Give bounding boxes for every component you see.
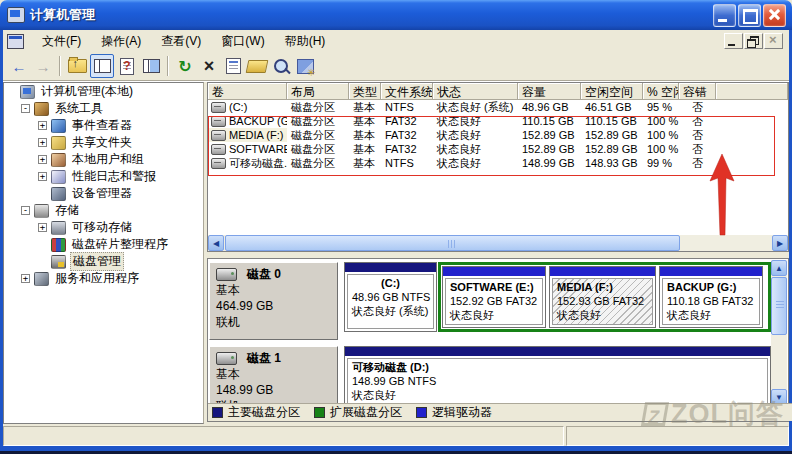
show-hide-console-tree-icon[interactable]: [90, 54, 114, 78]
menu-help[interactable]: 帮助(H): [275, 30, 336, 53]
partition-software[interactable]: SOFTWARE (E:) 152.92 GB FAT32 状态良好: [442, 266, 546, 328]
expand-toggle[interactable]: +: [38, 121, 47, 130]
horizontal-scrollbar[interactable]: ◀ ▶: [208, 235, 788, 251]
tree-item-disk-defragmenter[interactable]: 磁盘碎片整理程序: [4, 236, 203, 253]
title-bar[interactable]: 计算机管理: [0, 0, 792, 30]
column-header-type[interactable]: 类型: [349, 83, 381, 100]
menu-view[interactable]: 查看(V): [151, 30, 211, 53]
disk-0-header[interactable]: 磁盘 0 基本 464.99 GB 联机: [209, 262, 338, 340]
view-icon[interactable]: [270, 55, 292, 77]
cell-capacity: 152.89 GB: [518, 128, 581, 142]
disk-1-header[interactable]: 磁盘 1 基本 148.99 GB 联机: [209, 346, 338, 405]
settings-icon[interactable]: [294, 55, 316, 77]
expand-toggle[interactable]: +: [38, 155, 47, 164]
partition-size: 152.92 GB FAT32: [450, 294, 538, 308]
volume-row-c[interactable]: (C:) 磁盘分区 基本 NTFS 状态良好 (系统) 48.96 GB 46.…: [208, 100, 788, 114]
disk-size: 464.99 GB: [216, 298, 337, 314]
column-header-volume[interactable]: 卷: [208, 83, 287, 100]
scroll-up-icon[interactable]: ▲: [771, 260, 787, 276]
cell-percent-free: 100 %: [643, 142, 679, 156]
legend-extended: 扩展磁盘分区: [314, 404, 402, 421]
volume-name: (C:): [229, 100, 247, 114]
scrollbar-thumb[interactable]: [771, 277, 787, 335]
volume-name: 可移动磁盘...: [229, 156, 287, 170]
expand-toggle[interactable]: [38, 257, 47, 266]
partition-backup[interactable]: BACKUP (G:) 110.18 GB FAT32 状态良好: [659, 266, 763, 328]
partition-status: 状态良好: [667, 308, 755, 322]
menu-window[interactable]: 窗口(W): [211, 30, 274, 53]
cell-fault-tolerance: 否: [679, 128, 716, 142]
properties-icon[interactable]: [222, 55, 244, 77]
child-close-button[interactable]: [764, 33, 783, 49]
tree-item-local-users-groups[interactable]: + 本地用户和组: [4, 151, 203, 168]
expand-toggle[interactable]: -: [21, 104, 30, 113]
console-window-icon[interactable]: [7, 34, 24, 49]
tree-item-system-tools[interactable]: - 系统工具: [4, 100, 203, 117]
partition-media-selected[interactable]: MEDIA (F:) 152.93 GB FAT32 状态良好: [549, 266, 656, 328]
tree-item-label: 磁盘碎片整理程序: [70, 236, 170, 253]
expand-toggle[interactable]: +: [38, 223, 47, 232]
column-header-layout[interactable]: 布局: [287, 83, 349, 100]
column-header-filesystem[interactable]: 文件系统: [381, 83, 433, 100]
expand-toggle[interactable]: +: [21, 274, 30, 283]
cell-status: 状态良好 (系统): [433, 100, 518, 114]
legend-primary: 主要磁盘分区: [212, 404, 300, 421]
child-restore-button[interactable]: [744, 33, 763, 49]
partition-removable-d[interactable]: 可移动磁盘 (D:) 148.99 GB NTFS 状态良好: [344, 346, 771, 405]
column-header-capacity[interactable]: 容量: [518, 83, 581, 100]
cell-layout: 磁盘分区: [287, 128, 349, 142]
tree-item-services-applications[interactable]: + 服务和应用程序: [4, 270, 203, 287]
column-header-free-space[interactable]: 空闲空间: [581, 83, 643, 100]
menu-action[interactable]: 操作(A): [91, 30, 151, 53]
disk-type: 基本: [216, 282, 337, 298]
primary-partition-strip: [345, 263, 436, 272]
close-button[interactable]: [763, 4, 786, 27]
tree-item-label: 计算机管理(本地): [39, 83, 135, 100]
open-folder-icon[interactable]: [246, 55, 268, 77]
export-list-icon[interactable]: ?: [116, 55, 138, 77]
vertical-scrollbar[interactable]: ▲ ▼: [771, 260, 787, 405]
expand-toggle[interactable]: +: [38, 172, 47, 181]
column-header-fault-tolerance[interactable]: 容错: [679, 83, 716, 100]
tree-item-removable-storage[interactable]: + 可移动存储: [4, 219, 203, 236]
tree-item-device-manager[interactable]: 设备管理器: [4, 185, 203, 202]
tree-item-event-viewer[interactable]: + 事件查看器: [4, 117, 203, 134]
scroll-right-icon[interactable]: ▶: [772, 235, 788, 251]
scrollbar-thumb[interactable]: [225, 235, 680, 251]
tree-item-disk-management[interactable]: 磁盘管理: [4, 253, 203, 270]
volume-row-software[interactable]: SOFTWARE (E:) 磁盘分区 基本 FAT32 状态良好 152.89 …: [208, 142, 788, 156]
partition-c[interactable]: (C:) 48.96 GB NTFS 状态良好 (系统): [344, 262, 437, 332]
expand-toggle[interactable]: +: [38, 138, 47, 147]
child-minimize-button[interactable]: [724, 33, 743, 49]
expand-toggle[interactable]: [7, 87, 16, 96]
tree-item-computer-management[interactable]: 计算机管理(本地): [4, 83, 203, 100]
logical-drive-swatch: [416, 407, 427, 418]
scroll-left-icon[interactable]: ◀: [208, 235, 224, 251]
tree-item-shared-folders[interactable]: + 共享文件夹: [4, 134, 203, 151]
expand-toggle[interactable]: [38, 240, 47, 249]
expand-toggle[interactable]: [38, 189, 47, 198]
menu-file[interactable]: 文件(F): [32, 30, 91, 53]
volume-row-removable[interactable]: 可移动磁盘... 磁盘分区 基本 NTFS 状态良好 148.99 GB 148…: [208, 156, 788, 170]
delete-icon[interactable]: ×: [198, 55, 220, 77]
back-icon[interactable]: ←: [8, 55, 30, 77]
cell-free-space: 152.89 GB: [581, 128, 643, 142]
logical-drive-strip: [550, 267, 655, 276]
forward-icon[interactable]: →: [32, 55, 54, 77]
volume-row-media[interactable]: MEDIA (F:) 磁盘分区 基本 FAT32 状态良好 152.89 GB …: [208, 128, 788, 142]
disk-graphical-view: 磁盘 0 基本 464.99 GB 联机 (C:) 48.96 GB NTFS …: [207, 258, 789, 422]
volume-row-backup[interactable]: BACKUP (G:) 磁盘分区 基本 FAT32 状态良好 110.15 GB…: [208, 114, 788, 128]
expand-toggle[interactable]: -: [21, 206, 30, 215]
maximize-button[interactable]: [738, 4, 761, 27]
minimize-button[interactable]: [713, 4, 736, 27]
tree-item-label: 共享文件夹: [70, 134, 134, 151]
tree-item-storage[interactable]: - 存储: [4, 202, 203, 219]
up-one-level-icon[interactable]: [66, 55, 88, 77]
tree-item-performance-logs[interactable]: + 性能日志和警报: [4, 168, 203, 185]
cell-layout: 磁盘分区: [287, 100, 349, 114]
disk-name: 磁盘 1: [247, 350, 281, 366]
column-header-percent-free[interactable]: % 空闲: [643, 83, 679, 100]
show-hide-action-pane-icon[interactable]: [140, 55, 162, 77]
refresh-icon[interactable]: ↻: [174, 55, 196, 77]
column-header-status[interactable]: 状态: [433, 83, 518, 100]
